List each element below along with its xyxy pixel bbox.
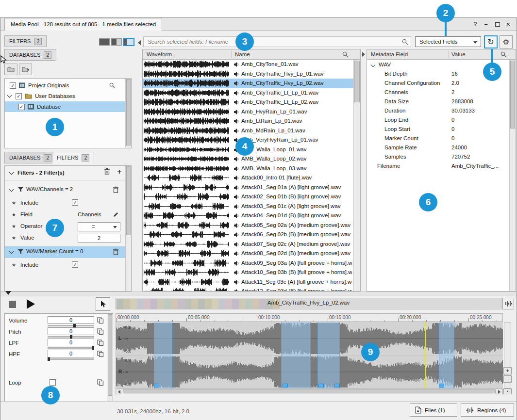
filter-group-header[interactable]: WAV/Channels = 2: [5, 184, 126, 196]
column-separator[interactable]: [449, 50, 449, 58]
tab-filters-lower-active[interactable]: FILTERS 2: [52, 152, 94, 163]
file-list-scrollbar[interactable]: [353, 60, 360, 291]
scrollbar-thumb[interactable]: [354, 61, 360, 102]
collapse-panel-icon[interactable]: [138, 40, 141, 45]
selected-fields-dropdown[interactable]: Selected Fields: [415, 36, 481, 47]
copy-icon[interactable]: [97, 351, 104, 357]
search-input[interactable]: [144, 37, 411, 47]
file-row[interactable]: Amb_CityTraffic_Hvy_Lp_02.wav: [143, 79, 354, 88]
metadata-search-icon[interactable]: [500, 51, 507, 58]
file-row[interactable]: Attack02_Seg 01b (B) [light groove].wav: [143, 192, 354, 202]
stop-button[interactable]: [5, 298, 19, 311]
checkbox-checked[interactable]: ✓: [16, 93, 22, 99]
scrollbar-thumb[interactable]: [126, 79, 131, 145]
files-button[interactable]: Files (1): [410, 404, 457, 417]
search-icon[interactable]: [109, 82, 115, 88]
add-filter-icon[interactable]: +: [116, 167, 123, 176]
file-row[interactable]: Attack06_Seg 02b (B) [medium groove].wav: [143, 230, 354, 240]
column-metadata-field[interactable]: Metadata Field: [371, 51, 408, 57]
view-triple-button-active[interactable]: [123, 38, 134, 46]
scroll-right-icon[interactable]: [498, 390, 500, 394]
region-marker[interactable]: [318, 384, 324, 388]
zoom-fit-button[interactable]: ▪: [503, 388, 512, 394]
file-row[interactable]: Amb_CityTraffic_Hvy_Lp_01.wav: [143, 69, 354, 79]
checkbox-checked[interactable]: ✓: [18, 104, 25, 110]
refresh-button[interactable]: ↻: [484, 35, 498, 48]
waveform-hscrollbar[interactable]: [116, 388, 503, 394]
chevron-down-icon[interactable]: [9, 170, 14, 175]
copy-icon[interactable]: [97, 328, 104, 335]
metadata-scrollbar[interactable]: [509, 60, 516, 291]
audio-region[interactable]: [154, 322, 172, 388]
delete-all-filters-icon[interactable]: [104, 168, 110, 175]
scroll-left-icon[interactable]: [118, 390, 120, 394]
copy-icon[interactable]: [97, 339, 104, 346]
file-row[interactable]: Amb_CityTraffic_Lt_Lp_02.wav: [143, 97, 354, 107]
value-input[interactable]: 2: [78, 234, 120, 243]
scrollbar-thumb[interactable]: [510, 61, 515, 129]
selection-tool-button[interactable]: [96, 297, 110, 311]
region-marker[interactable]: [439, 384, 444, 388]
collapse-preview-icon[interactable]: [5, 291, 11, 295]
filter-list-search-icon[interactable]: [342, 51, 349, 58]
audio-region[interactable]: [439, 322, 454, 388]
file-row[interactable]: Amb_CityTone_01.wav: [143, 60, 354, 69]
param-value-box[interactable]: 0: [48, 350, 94, 357]
delete-filter-icon[interactable]: [113, 248, 119, 255]
loop-checkbox-unchecked[interactable]: [50, 379, 56, 386]
audio-region[interactable]: [317, 322, 340, 388]
filters-scrollbar[interactable]: [125, 166, 131, 291]
file-row[interactable]: Attack05_Seg 02a (A) [medium groove].wav: [143, 221, 354, 230]
preview-divider[interactable]: [0, 291, 517, 296]
timeline-ruler[interactable]: 00:00.00000:05.00000:10.00000:15.00000:2…: [116, 313, 503, 322]
file-row[interactable]: Attack01_Seg 01a (A) [light groove].wav: [143, 183, 354, 193]
region-marker[interactable]: [334, 384, 340, 388]
tree-row-database-selected[interactable]: ✓ Database: [5, 101, 126, 112]
audio-region[interactable]: [281, 322, 311, 388]
expand-panel-icon[interactable]: [362, 52, 365, 57]
file-row[interactable]: Attack07_Seg 02c (A) [medium groove].wav: [143, 240, 354, 249]
file-row[interactable]: Attack03_Seg 01c (A) [light groove].wav: [143, 202, 354, 211]
column-name[interactable]: Name: [235, 51, 250, 57]
chevron-down-icon[interactable]: [7, 93, 12, 98]
param-slider[interactable]: [48, 358, 94, 360]
param-value-box[interactable]: 0: [48, 316, 94, 324]
region-marker[interactable]: [154, 384, 159, 388]
column-waveform[interactable]: Waveform: [147, 51, 172, 57]
checkbox-checked[interactable]: ✓: [10, 82, 16, 89]
include-checkbox-checked[interactable]: ✓: [72, 261, 78, 268]
view-single-button[interactable]: [99, 38, 110, 46]
search-bar[interactable]: [143, 36, 411, 47]
new-folder-button[interactable]: [4, 64, 17, 75]
scrollbar-thumb[interactable]: [108, 314, 112, 396]
param-value-box[interactable]: 0: [48, 339, 94, 346]
chevron-down-icon[interactable]: [9, 187, 14, 192]
tab-filters-top[interactable]: FILTERS 2: [4, 35, 47, 47]
column-value[interactable]: Value: [451, 51, 466, 57]
file-row[interactable]: Attack08_Seg 02d (B) [medium groove].wav: [143, 249, 354, 258]
operator-dropdown[interactable]: =: [78, 222, 120, 231]
copy-icon[interactable]: [97, 317, 104, 324]
chevron-down-icon[interactable]: [9, 249, 14, 254]
params-scrollbar[interactable]: [107, 314, 113, 416]
include-checkbox-checked[interactable]: ✓: [72, 199, 78, 206]
tree-row-user-databases[interactable]: ✓ User Databases: [5, 91, 126, 101]
scrollbar-thumb[interactable]: [123, 389, 496, 393]
zoom-in-button[interactable]: +: [503, 367, 512, 374]
preview-waveform[interactable]: L -6.0 -∞ -6.0 R -6.0 -∞ -6.0: [116, 322, 503, 388]
param-slider[interactable]: [48, 347, 94, 349]
region-marker[interactable]: [283, 384, 288, 388]
file-row[interactable]: Attack04_Seg 01d (B) [light groove].wav: [143, 211, 354, 221]
scrollbar-thumb[interactable]: [126, 166, 131, 235]
file-row[interactable]: Attack11_Seg 03c (A) [full groove + horn…: [143, 277, 354, 287]
zoom-out-button[interactable]: −: [503, 375, 512, 383]
file-row[interactable]: AMB_Walla_Loop_02.wav: [143, 154, 354, 164]
filter-group-header-selected[interactable]: WAV/Marker Count = 0: [5, 246, 126, 258]
file-row[interactable]: Attack00_Intro 01 [flute].wav: [143, 173, 354, 183]
file-row[interactable]: Attack10_Seg 03b (B) [full groove + horn…: [143, 268, 354, 277]
close-icon[interactable]: ×: [504, 20, 513, 29]
column-separator[interactable]: [232, 50, 232, 58]
file-row[interactable]: Amb_MdRain_Lp_01.wav: [143, 126, 354, 136]
field-value[interactable]: Channels: [78, 211, 101, 217]
help-icon[interactable]: ?: [471, 20, 480, 29]
